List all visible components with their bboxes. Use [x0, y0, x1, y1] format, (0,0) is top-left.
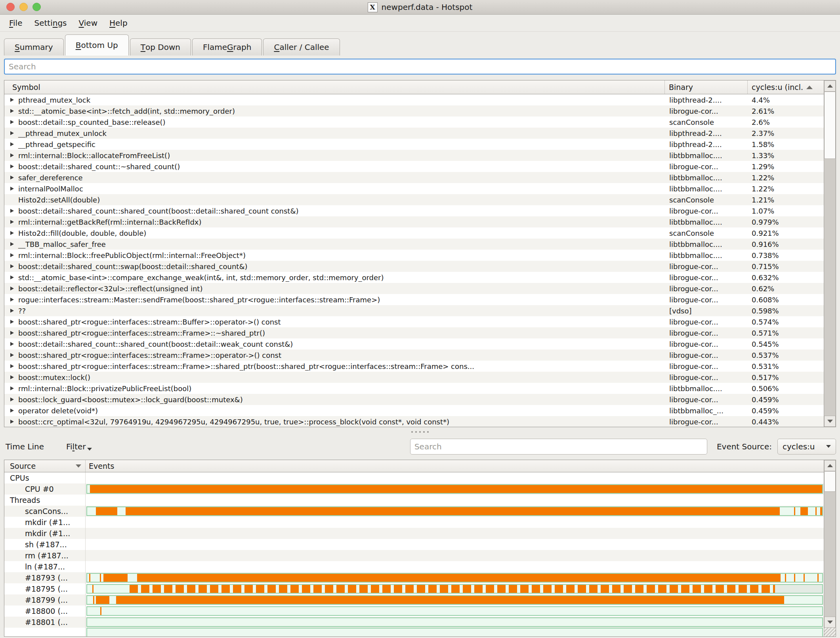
timeline-row[interactable]: rm (#187... — [4, 550, 824, 561]
expand-arrow-icon[interactable] — [10, 153, 14, 157]
table-row[interactable]: boost::shared_ptr<rogue::interfaces::str… — [4, 350, 824, 361]
expand-arrow-icon[interactable] — [10, 275, 14, 279]
expand-arrow-icon[interactable] — [10, 309, 14, 313]
table-row[interactable]: Histo2d::fill(double, double, double)sca… — [4, 227, 824, 239]
timeline-row[interactable]: #18801 (... — [4, 617, 824, 628]
expand-arrow-icon[interactable] — [10, 209, 14, 213]
expand-arrow-icon[interactable] — [10, 187, 14, 191]
timeline-row[interactable]: #18799 (... — [4, 594, 824, 606]
events-bar[interactable] — [86, 628, 823, 636]
table-row[interactable]: __TBB_malloc_safer_freelibtbbmalloc....0… — [4, 239, 824, 250]
scrollbar-trough[interactable] — [824, 492, 836, 617]
timeline-row[interactable]: CPUs — [4, 472, 824, 483]
column-header-cycles[interactable]: cycles:u (incl. — [747, 80, 824, 94]
expand-arrow-icon[interactable] — [10, 109, 14, 113]
events-bar[interactable] — [86, 506, 823, 516]
timeline-row[interactable]: Threads — [4, 495, 824, 506]
table-row[interactable]: operator delete(void*)libtbbmalloc_...0.… — [4, 405, 824, 416]
table-row[interactable]: boost::detail::shared_count::~shared_cou… — [4, 161, 824, 172]
column-header-source[interactable]: Source — [4, 460, 86, 472]
expand-arrow-icon[interactable] — [10, 320, 14, 324]
timeline-filter-button[interactable]: Filter — [66, 442, 92, 451]
table-row[interactable]: rml::internal::Block::privatizePublicFre… — [4, 383, 824, 394]
table-row[interactable]: boost::mutex::lock()librogue-cor...0.517… — [4, 372, 824, 383]
table-row[interactable]: boost::detail::shared_count::shared_coun… — [4, 338, 824, 350]
timeline-row[interactable]: #18795 (... — [4, 583, 824, 594]
expand-arrow-icon[interactable] — [10, 231, 14, 235]
scroll-down-button[interactable] — [824, 416, 836, 427]
column-header-binary[interactable]: Binary — [664, 80, 747, 94]
table-row[interactable]: rogue::interfaces::stream::Master::sendF… — [4, 294, 824, 305]
timeline-row[interactable]: mkdir (#1... — [4, 528, 824, 539]
expand-arrow-icon[interactable] — [10, 409, 14, 413]
table-row[interactable]: pthread_mutex_locklibpthread-2....4.4% — [4, 94, 824, 105]
timeline-row[interactable]: mkdir (#1... — [4, 517, 824, 528]
expand-arrow-icon[interactable] — [10, 397, 14, 401]
scrollbar-thumb[interactable] — [824, 92, 836, 159]
menu-view[interactable]: View — [73, 15, 103, 31]
expand-arrow-icon[interactable] — [10, 264, 14, 268]
table-row[interactable]: std::__atomic_base<int>::compare_exchang… — [4, 272, 824, 283]
tab-top-down[interactable]: Top Down — [130, 38, 191, 55]
table-row[interactable]: boost::shared_ptr<rogue::interfaces::str… — [4, 361, 824, 372]
events-bar[interactable] — [86, 573, 823, 583]
table-row[interactable]: boost::shared_ptr<rogue::interfaces::str… — [4, 327, 824, 338]
timeline-row[interactable] — [4, 628, 824, 636]
events-bar[interactable] — [86, 617, 823, 627]
events-bar[interactable] — [86, 606, 823, 616]
expand-arrow-icon[interactable] — [10, 220, 14, 224]
expand-arrow-icon[interactable] — [10, 353, 14, 357]
expand-arrow-icon[interactable] — [10, 375, 14, 379]
table-row[interactable]: std::__atomic_base<int>::fetch_add(int, … — [4, 105, 824, 117]
table-row[interactable]: boost::detail::shared_count::swap(boost:… — [4, 261, 824, 272]
menu-file[interactable]: File — [3, 15, 28, 31]
expand-arrow-icon[interactable] — [10, 242, 14, 246]
expand-arrow-icon[interactable] — [10, 253, 14, 257]
expand-arrow-icon[interactable] — [10, 131, 14, 135]
tab-summary[interactable]: Summary — [4, 38, 64, 55]
expand-arrow-icon[interactable] — [10, 364, 14, 368]
expand-arrow-icon[interactable] — [10, 331, 14, 335]
expand-arrow-icon[interactable] — [10, 120, 14, 124]
column-header-symbol[interactable]: Symbol — [4, 80, 664, 94]
scroll-up-button[interactable] — [824, 460, 836, 471]
scrollbar-trough[interactable] — [824, 159, 836, 416]
table-row[interactable]: boost::detail::reflector<32ul>::reflect(… — [4, 283, 824, 294]
table-row[interactable]: boost::lock_guard<boost::mutex>::lock_gu… — [4, 394, 824, 405]
expand-arrow-icon[interactable] — [10, 98, 14, 102]
close-window-button[interactable] — [6, 3, 15, 11]
minimize-window-button[interactable] — [19, 3, 28, 11]
menu-settings[interactable]: Settings — [28, 15, 73, 31]
symbol-search-input[interactable] — [4, 59, 836, 74]
menu-help[interactable]: Help — [103, 15, 134, 31]
tab-flame-graph[interactable]: Flame Graph — [192, 38, 262, 55]
timeline-row[interactable]: sh (#187... — [4, 539, 824, 550]
timeline-row[interactable]: #18800 (... — [4, 606, 824, 617]
table-row[interactable]: boost::detail::sp_counted_base::release(… — [4, 117, 824, 128]
table-row[interactable]: ??[vdso]0.598% — [4, 305, 824, 316]
timeline-search-input[interactable] — [410, 439, 707, 455]
tab-bottom-up[interactable]: Bottom Up — [65, 34, 129, 55]
expand-arrow-icon[interactable] — [10, 142, 14, 146]
scroll-up-button[interactable] — [824, 80, 836, 92]
table-row[interactable]: boost::shared_ptr<rogue::interfaces::str… — [4, 316, 824, 327]
events-bar[interactable] — [86, 484, 823, 494]
scrollbar-thumb[interactable] — [824, 471, 836, 492]
expand-arrow-icon[interactable] — [10, 287, 14, 290]
splitter-handle[interactable] — [4, 427, 836, 437]
table-row[interactable]: __pthread_getspecificlibpthread-2....1.5… — [4, 139, 824, 150]
table-row[interactable]: boost::detail::shared_count::shared_coun… — [4, 205, 824, 216]
table-row[interactable]: __pthread_mutex_unlocklibpthread-2....2.… — [4, 128, 824, 139]
timeline-row[interactable]: ln (#187... — [4, 561, 824, 572]
events-bar[interactable] — [86, 595, 823, 605]
expand-arrow-icon[interactable] — [10, 386, 14, 390]
table-row[interactable]: rml::internal::getBackRef(rml::internal:… — [4, 216, 824, 227]
table-scrollbar[interactable] — [824, 80, 836, 427]
expand-arrow-icon[interactable] — [10, 420, 14, 424]
scroll-down-button[interactable] — [824, 617, 836, 628]
table-row[interactable]: Histo2d::setAll(double)scanConsole1.21% — [4, 194, 824, 205]
table-row[interactable]: rml::internal::Block::freePublicObject(r… — [4, 250, 824, 261]
table-row[interactable]: safer_dereferencelibtbbmalloc....1.22% — [4, 172, 824, 183]
resize-grip[interactable] — [824, 628, 836, 636]
timeline-row[interactable]: scanCons... — [4, 506, 824, 517]
